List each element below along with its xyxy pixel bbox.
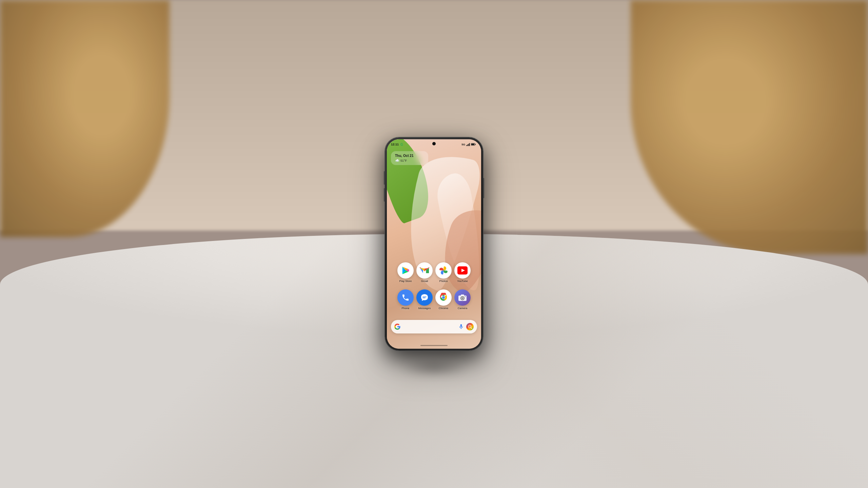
gmail-label: Gmail bbox=[421, 280, 428, 283]
time: 12:11 bbox=[391, 143, 399, 146]
photos-label: Photos bbox=[439, 280, 448, 283]
camera-icon bbox=[454, 289, 471, 306]
svg-rect-2 bbox=[475, 144, 476, 145]
battery-icon bbox=[471, 143, 476, 146]
chrome-label: Chrome bbox=[439, 307, 448, 310]
gmail-icon bbox=[416, 262, 433, 279]
search-lens-icon[interactable] bbox=[466, 323, 474, 330]
camera-cutout bbox=[432, 142, 436, 145]
chrome-icon bbox=[435, 289, 452, 306]
cloud-icon: ☁️ bbox=[395, 159, 399, 162]
status-left: 12:11 G bbox=[391, 143, 403, 146]
search-bar[interactable] bbox=[391, 320, 477, 333]
phone-label: Phone bbox=[401, 307, 409, 310]
weather-temp: ☁️ 51°F bbox=[395, 159, 424, 162]
svg-rect-1 bbox=[471, 144, 474, 145]
svg-point-17 bbox=[465, 296, 466, 297]
app-photos[interactable]: Photos bbox=[435, 262, 452, 283]
home-indicator[interactable] bbox=[420, 345, 448, 346]
phone-shadow bbox=[400, 358, 468, 378]
phone: 12:11 G 5G bbox=[385, 137, 483, 351]
messages-label: Messages bbox=[418, 307, 431, 310]
status-right: 5G bbox=[461, 143, 476, 146]
search-mic-icon[interactable] bbox=[458, 324, 464, 330]
weather-date: Thu, Oct 21 bbox=[395, 154, 424, 158]
network-label: 5G bbox=[461, 143, 465, 146]
youtube-icon bbox=[454, 262, 471, 279]
app-youtube[interactable]: YouTube bbox=[454, 262, 471, 283]
google-g-icon bbox=[394, 324, 400, 330]
phone-body: 12:11 G 5G bbox=[385, 137, 483, 351]
weather-widget[interactable]: Thu, Oct 21 ☁️ 51°F bbox=[391, 151, 428, 165]
app-gmail[interactable]: Gmail bbox=[416, 262, 433, 283]
play-store-label: Play Store bbox=[399, 280, 412, 283]
app-row-2: Phone Messages bbox=[397, 289, 471, 310]
app-play-store[interactable]: Play Store bbox=[397, 262, 414, 283]
app-messages[interactable]: Messages bbox=[416, 289, 433, 310]
svg-rect-16 bbox=[461, 294, 464, 296]
phone-screen: 12:11 G 5G bbox=[387, 139, 481, 349]
app-row-1: Play Store bbox=[397, 262, 471, 283]
app-phone[interactable]: Phone bbox=[397, 289, 414, 310]
svg-point-12 bbox=[442, 296, 445, 299]
svg-point-15 bbox=[461, 297, 463, 299]
carrier: G bbox=[400, 143, 403, 146]
signal-icon bbox=[466, 143, 470, 146]
photos-icon bbox=[435, 262, 452, 279]
svg-line-19 bbox=[471, 328, 472, 329]
play-store-icon bbox=[397, 262, 414, 279]
messages-icon bbox=[416, 289, 433, 306]
youtube-label: YouTube bbox=[457, 280, 468, 283]
app-chrome[interactable]: Chrome bbox=[435, 289, 452, 310]
camera-label: Camera bbox=[458, 307, 467, 310]
app-camera[interactable]: Camera bbox=[454, 289, 471, 310]
wallpaper bbox=[387, 139, 481, 349]
phone-icon bbox=[397, 289, 414, 306]
